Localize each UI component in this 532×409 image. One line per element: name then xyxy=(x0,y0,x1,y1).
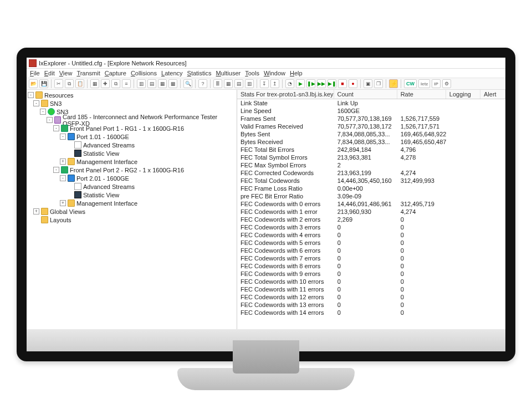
stats-row[interactable]: Bytes Sent7,834,088,085,33...169,465,648… xyxy=(237,130,505,138)
menu-item-statistics[interactable]: Statistics xyxy=(187,70,212,76)
menu-item-window[interactable]: Window xyxy=(264,70,285,76)
stats-row[interactable]: FEC Codewords with 10 errors00 xyxy=(237,278,505,285)
resource-tree-pane[interactable]: -Resources-SN3-SN3-Card 185 - Interconne… xyxy=(27,90,237,329)
toolbar-link-button[interactable]: ✚ xyxy=(101,79,110,88)
toolbar-props-button[interactable]: ⧉ xyxy=(111,79,120,88)
collapse-icon[interactable]: - xyxy=(60,134,66,140)
tree-node[interactable]: Statistic View xyxy=(27,149,237,157)
stats-header-name[interactable]: Stats For trex-proto1-sn3.lbj.is.keysigh… xyxy=(237,90,334,99)
menu-item-help[interactable]: Help xyxy=(290,70,303,76)
stats-row[interactable]: FEC Total Codewords14,446,305,450,160312… xyxy=(237,177,505,185)
toolbar-cut-button[interactable]: ✂ xyxy=(54,79,63,88)
menu-item-capture[interactable]: Capture xyxy=(105,70,126,76)
stats-row[interactable]: FEC Corrected Codewords213,963,1994,274 xyxy=(237,169,505,177)
expand-icon[interactable]: + xyxy=(60,200,66,206)
collapse-icon[interactable]: - xyxy=(60,175,66,181)
tree-node[interactable]: -Port 1.01 - 1600GE xyxy=(27,132,237,141)
toolbar-stop-button[interactable]: ■ xyxy=(338,79,347,88)
tree-node[interactable]: +Management Interface xyxy=(27,157,237,166)
toolbar-grid3-button[interactable]: ▤ xyxy=(234,79,243,88)
tree-node[interactable]: Statistic View xyxy=(27,191,237,199)
collapse-icon[interactable]: - xyxy=(28,92,34,98)
tree-node[interactable]: -Port 2.01 - 1600GE xyxy=(27,174,237,182)
toolbar-copy-button[interactable]: ⧉ xyxy=(65,79,74,88)
toolbar-pane-v-button[interactable]: ▤ xyxy=(147,79,156,88)
stats-row[interactable]: Line Speed1600GE xyxy=(237,107,505,115)
stats-row[interactable]: FEC Codewords with 1 error213,960,9304,2… xyxy=(237,208,505,216)
stats-header-logging[interactable]: Logging xyxy=(446,90,480,99)
stats-row[interactable]: FEC Codewords with 14 errors00 xyxy=(237,309,505,316)
stats-row[interactable]: Valid Frames Received70,577,370,138,1721… xyxy=(237,122,505,130)
toolbar-play-button[interactable]: ▶ xyxy=(296,79,305,88)
tree-node[interactable]: Advanced Streams xyxy=(27,182,237,191)
tree-node[interactable]: Advanced Streams xyxy=(27,141,237,149)
stats-header-count[interactable]: Count xyxy=(334,90,397,99)
collapse-icon[interactable]: - xyxy=(33,100,39,106)
toolbar-grid2-button[interactable]: ▦ xyxy=(224,79,233,88)
menu-item-file[interactable]: File xyxy=(30,70,40,76)
toolbar-open-button[interactable]: 📂 xyxy=(29,79,38,88)
statistics-pane[interactable]: Stats For trex-proto1-sn3.lbj.is.keysigh… xyxy=(237,90,505,329)
stats-row[interactable]: FEC Codewords with 0 errors14,446,091,48… xyxy=(237,200,505,208)
stats-row[interactable]: FEC Codewords with 7 errors00 xyxy=(237,254,505,262)
tree-node[interactable]: -Front Panel Port 2 - RG2 - 1 x 1600G-R1… xyxy=(27,166,237,174)
menu-item-view[interactable]: View xyxy=(59,70,73,76)
stats-row[interactable]: FEC Codewords with 12 errors00 xyxy=(237,293,505,301)
toolbar-find-button[interactable]: 🔍 xyxy=(183,79,192,88)
toolbar-save-button[interactable]: 💾 xyxy=(39,79,48,88)
toolbar-rec-button[interactable]: ● xyxy=(349,79,357,88)
tree-node[interactable]: +Management Interface xyxy=(27,199,237,207)
stats-row[interactable]: pre FEC Bit Error Ratio3.09e-09 xyxy=(237,192,505,200)
menu-item-multiuser[interactable]: Multiuser xyxy=(216,70,241,76)
expand-icon[interactable]: + xyxy=(60,159,66,165)
toolbar-forward-button[interactable]: ▶▶ xyxy=(317,79,326,88)
stats-row[interactable]: FEC Codewords with 3 errors00 xyxy=(237,223,505,231)
toolbar-rx-button[interactable]: ↥ xyxy=(270,79,279,88)
stats-row[interactable]: FEC Codewords with 11 errors00 xyxy=(237,285,505,293)
stats-row[interactable]: FEC Codewords with 6 errors00 xyxy=(237,247,505,254)
toolbar-cw-button[interactable]: CW xyxy=(404,79,417,88)
toolbar-cols-button[interactable]: ▥ xyxy=(245,79,254,88)
toolbar-letz-button[interactable]: letz xyxy=(418,79,430,88)
menu-item-edit[interactable]: Edit xyxy=(44,70,55,76)
stats-row[interactable]: FEC Codewords with 8 errors00 xyxy=(237,262,505,270)
toolbar-cap1-button[interactable]: ▣ xyxy=(364,79,372,88)
stats-row[interactable]: FEC Frame Loss Ratio0.00e+00 xyxy=(237,185,505,192)
toolbar-cap2-button[interactable]: ❐ xyxy=(374,79,383,88)
toolbar-run-button[interactable]: ▶❚ xyxy=(328,79,336,88)
menu-item-tools[interactable]: Tools xyxy=(245,70,259,76)
toolbar-pane-g-button[interactable]: ▩ xyxy=(168,79,177,88)
toolbar-clock-button[interactable]: ◔ xyxy=(285,79,294,88)
toolbar-help-button[interactable]: ? xyxy=(198,79,207,88)
collapse-icon[interactable]: - xyxy=(53,167,59,173)
stats-row[interactable]: FEC Codewords with 2 errors2,2690 xyxy=(237,216,505,223)
tree-node[interactable]: +Global Views xyxy=(27,207,237,216)
menu-item-transmit[interactable]: Transmit xyxy=(76,70,100,76)
stats-row[interactable]: Bytes Received7,834,088,085,33...169,465… xyxy=(237,138,505,146)
stats-row[interactable]: Frames Sent70,577,370,138,1691,526,717,5… xyxy=(237,115,505,122)
tree-node[interactable]: -Card 185 - Interconnect and Network Per… xyxy=(27,116,237,124)
stats-row[interactable]: FEC Codewords with 13 errors00 xyxy=(237,301,505,309)
stats-row[interactable]: FEC Total Symbol Errors213,963,3814,278 xyxy=(237,154,505,161)
toolbar-step-button[interactable]: ❚▶ xyxy=(306,79,315,88)
toolbar-ip-button[interactable]: IP xyxy=(432,79,441,88)
stats-header-alert[interactable]: Alert xyxy=(480,90,505,99)
menu-item-latency[interactable]: Latency xyxy=(161,70,183,76)
stats-row[interactable]: FEC Total Bit Errors242,894,1844,796 xyxy=(237,146,505,154)
stats-row[interactable]: FEC Codewords with 5 errors00 xyxy=(237,239,505,247)
menu-item-collisions[interactable]: Collisions xyxy=(131,70,157,76)
tree-node[interactable]: -SN3 xyxy=(27,99,237,108)
toolbar-pane-q-button[interactable]: ▦ xyxy=(158,79,167,88)
toolbar-list-button[interactable]: ≣ xyxy=(213,79,222,88)
expand-icon[interactable]: + xyxy=(33,208,39,214)
toolbar-tree-button[interactable]: ≡ xyxy=(122,79,131,88)
toolbar-tx-button[interactable]: ↧ xyxy=(260,79,269,88)
stats-row[interactable]: FEC Codewords with 9 errors00 xyxy=(237,270,505,278)
toolbar-cog-button[interactable]: ⚙ xyxy=(442,79,451,88)
toolbar-pane-h-button[interactable]: ▥ xyxy=(137,79,146,88)
collapse-icon[interactable]: - xyxy=(40,109,46,115)
collapse-icon[interactable]: - xyxy=(53,125,59,131)
toolbar-paste-button[interactable]: 📋 xyxy=(75,79,84,88)
stats-row[interactable]: FEC Codewords with 4 errors00 xyxy=(237,231,505,239)
stats-row[interactable]: FEC Max Symbol Errors2 xyxy=(237,161,505,169)
